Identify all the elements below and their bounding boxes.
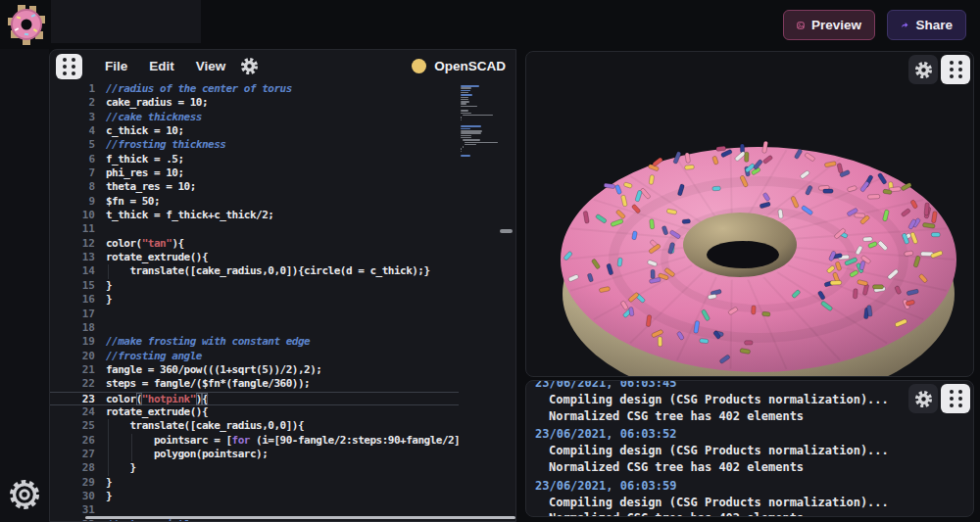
line-number: 22	[50, 377, 95, 391]
code-text: steps = fangle/($fn*(fangle/360));	[106, 377, 310, 391]
code-line[interactable]: 13rotate_extrude(){	[50, 251, 516, 264]
code-line[interactable]: 25 translate([cake_radius,0,0]){	[50, 419, 516, 433]
code-line[interactable]: 10t_thick = f_thick+c_thick/2;	[50, 209, 516, 222]
line-number: 27	[50, 448, 95, 461]
viewport-drag-handle-icon[interactable]	[941, 55, 970, 84]
console-timestamp: 23/06/2021, 06:03:52	[535, 426, 966, 443]
code-text: color("hotpink"){	[106, 393, 208, 406]
code-line[interactable]: 15}	[50, 279, 516, 293]
line-number: 9	[50, 195, 95, 209]
code-line[interactable]: 9$fn = 50;	[50, 195, 516, 209]
code-line[interactable]: 5//frosting thickness	[50, 138, 516, 152]
viewport-gear-icon[interactable]	[908, 55, 938, 84]
editor-toolbar: File Edit View OpenSCAD	[50, 50, 515, 82]
line-number: 19	[50, 335, 95, 349]
line-number: 29	[50, 476, 95, 490]
code-line[interactable]: 22steps = fangle/($fn*(fangle/360));	[50, 377, 516, 391]
code-line[interactable]: 17	[50, 308, 516, 321]
console-drag-handle-icon[interactable]	[941, 384, 970, 413]
code-line[interactable]: 14 translate([cake_radius,0,0]){circle(d…	[50, 264, 516, 278]
editor-panel: File Edit View OpenSCAD 1//radius of the…	[49, 49, 516, 522]
line-number: 13	[50, 251, 95, 264]
console-gear-icon[interactable]	[908, 384, 938, 413]
code-line[interactable]: 23color("hotpink"){	[50, 392, 516, 405]
code-line[interactable]: 19//make frosting with constant edge	[50, 335, 516, 349]
editor-scrollbar[interactable]	[498, 82, 515, 522]
minimap-line	[465, 142, 498, 144]
code-line[interactable]: 16}	[50, 293, 516, 307]
code-text: cake_radius = 10;	[106, 96, 208, 110]
code-text: }	[106, 279, 112, 293]
share-button-label: Share	[915, 18, 953, 32]
code-line[interactable]: 18	[50, 321, 516, 335]
minimap-line	[461, 94, 472, 96]
code-line[interactable]: 21fangle = 360/pow(((1+sqrt(5))/2),2);	[50, 363, 516, 377]
minimap-line	[461, 90, 470, 92]
minimap-line	[461, 151, 462, 153]
preview-button[interactable]: Preview	[783, 10, 875, 40]
menu-edit[interactable]: Edit	[138, 53, 185, 79]
code-line[interactable]: 11	[50, 222, 516, 236]
minimap-line	[461, 106, 477, 108]
code-text: phi_res = 10;	[106, 166, 184, 180]
code-line[interactable]: 28 }	[50, 461, 516, 475]
code-text: $fn = 50;	[106, 195, 160, 209]
code-line[interactable]: 6f_thick = .5;	[50, 153, 516, 166]
code-text: translate([cake_radius,0,0]){circle(d = …	[106, 264, 430, 278]
editor-minimap[interactable]	[459, 82, 498, 522]
console-message: Normalized CSG tree has 402 elements	[535, 510, 966, 517]
minimap-line	[461, 119, 462, 121]
console-timestamp: 23/06/2021, 06:03:45	[535, 380, 966, 392]
line-number: 10	[50, 209, 95, 222]
line-number: 23	[50, 393, 95, 406]
code-text: theta_res = 10;	[106, 180, 196, 194]
code-line[interactable]: 3//cake thickness	[50, 111, 516, 124]
share-button[interactable]: Share	[887, 10, 966, 40]
line-number: 8	[50, 180, 95, 194]
minimap-line	[463, 115, 493, 117]
code-line[interactable]: 30}	[50, 490, 516, 503]
code-text: fangle = 360/pow(((1+sqrt(5))/2),2);	[106, 363, 321, 377]
code-line[interactable]: 27 polygon(pointsarc);	[50, 448, 516, 461]
minimap-line	[461, 87, 471, 89]
horizontal-scrollbar[interactable]	[85, 516, 515, 519]
code-text: //make frosting with constant edge	[106, 335, 310, 349]
code-text: }	[106, 490, 112, 503]
code-line[interactable]: 7phi_res = 10;	[50, 166, 516, 180]
code-line[interactable]: 12color("tan"){	[50, 237, 516, 251]
minimap-line	[461, 135, 471, 137]
line-number: 16	[50, 293, 95, 307]
donut-render	[526, 52, 974, 377]
left-rail	[0, 49, 49, 522]
code-line[interactable]: 26 pointsarc = [for (i=[90-fangle/2:step…	[50, 434, 516, 448]
code-line[interactable]: 2cake_radius = 10;	[50, 96, 516, 110]
code-line[interactable]: 24rotate_extrude(){	[50, 405, 516, 419]
menu-view[interactable]: View	[185, 53, 237, 79]
console-log[interactable]: 23/06/2021, 06:03:45Compiling design (CS…	[535, 380, 966, 517]
line-number: 11	[50, 222, 95, 236]
minimap-line	[463, 139, 480, 141]
code-text: color("tan"){	[106, 237, 184, 251]
code-line[interactable]: 29}	[50, 476, 516, 490]
minimap-line	[461, 110, 468, 112]
app-logo-donut-icon[interactable]	[5, 3, 48, 46]
console-entry: 23/06/2021, 06:03:59Compiling design (CS…	[535, 478, 966, 517]
menu-file[interactable]: File	[94, 53, 138, 79]
code-line[interactable]: 20//frosting angle	[50, 350, 516, 363]
console-message: Compiling design (CSG Products normaliza…	[535, 495, 966, 511]
editor-gear-icon[interactable]	[240, 57, 259, 75]
line-number: 15	[50, 279, 95, 293]
3d-viewport-panel[interactable]	[525, 51, 974, 377]
code-line[interactable]: 4c_thick = 10;	[50, 124, 516, 138]
code-line[interactable]: 1//radius of the center of torus	[50, 82, 516, 96]
engine-name-label: OpenSCAD	[434, 59, 506, 73]
minimap-line	[461, 103, 466, 105]
line-number: 17	[50, 308, 95, 321]
code-editor[interactable]: 1//radius of the center of torus2cake_ra…	[50, 82, 516, 522]
settings-gear-icon[interactable]	[7, 477, 42, 512]
editor-drag-handle-icon[interactable]	[56, 54, 82, 79]
scrollbar-grip[interactable]	[500, 229, 513, 233]
console-panel: 23/06/2021, 06:03:45Compiling design (CS…	[525, 380, 974, 517]
code-line[interactable]: 8theta_res = 10;	[50, 180, 516, 194]
console-message: Compiling design (CSG Products normaliza…	[535, 443, 966, 459]
